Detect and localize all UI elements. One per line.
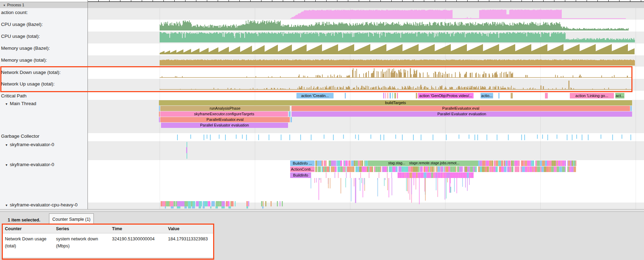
cell-time: 324190.51300000004 (112, 235, 164, 242)
counter-sample-table: Counter Series Time Value Network Down u… (2, 225, 213, 258)
collapse-arrow-icon[interactable]: ▾ (6, 203, 7, 207)
slice-runanalysisphase[interactable]: runAnalysisPhase (160, 106, 290, 111)
collapse-arrow-icon[interactable]: ▾ (6, 102, 7, 106)
col-counter[interactable]: Counter (5, 225, 22, 233)
cell-series: system network down (Mbps) (56, 235, 106, 249)
track-label: skyframe-evaluator-0 (10, 142, 54, 147)
sidebar-track-skyframe-evaluator-cpu-heavy-0[interactable]: ▾skyframe-evaluator-cpu-heavy-0 (6, 202, 78, 208)
slice-action-short[interactable]: act... (615, 93, 624, 98)
details-panel: 1 item selected. Counter Sample (1) Coun… (0, 212, 644, 260)
sidebar-track-network-up-usage-total[interactable]: Network Up usage (total): (1, 81, 55, 87)
track-label: Network Up usage (total): (1, 81, 55, 87)
track-label: skyframe-evaluator-0 (10, 162, 54, 167)
slice-action-linking[interactable]: action 'Linking go... (570, 93, 614, 98)
timeline-area[interactable]: action 'Creatin...action 'GenObjcProtos … (88, 8, 644, 209)
track-label: CPU usage (total): (1, 34, 40, 39)
col-series[interactable]: Series (56, 225, 69, 233)
slice-action-creating[interactable]: action 'Creatin... (296, 93, 334, 98)
slice-configuretargets[interactable]: skyframeExecutor.configureTargets (160, 111, 288, 117)
slice-buildinfo[interactable]: BuildInfo (290, 172, 311, 178)
track-label: skyframe-evaluator-cpu-heavy-0 (10, 202, 78, 207)
sidebar-track-critical-path[interactable]: Critical Path (1, 93, 27, 99)
cell-counter: Network Down usage (total) (5, 235, 51, 249)
col-time[interactable]: Time (112, 225, 122, 233)
track-label: Memory usage (total): (1, 57, 47, 63)
sidebar-track-action-count[interactable]: action count: (1, 10, 28, 15)
sidebar-track-network-down-usage-total[interactable]: Network Down usage (total): (1, 70, 61, 75)
track-label: action count: (1, 10, 28, 15)
track-label: Memory usage (Bazel): (1, 46, 50, 51)
slice-buildinfo-row[interactable]: BuildInfo ... (290, 160, 315, 166)
trace-viewer: ▾Process 1 action count:CPU usage (Bazel… (0, 0, 644, 260)
sidebar-track-cpu-usage-total[interactable]: CPU usage (total): (1, 34, 40, 39)
track-label: Network Down usage (total): (1, 70, 61, 75)
collapse-arrow-icon[interactable]: ▾ (4, 2, 5, 8)
track-label: CPU usage (Bazel): (1, 22, 43, 27)
slice-buildtargets[interactable]: buildTargets (159, 100, 632, 105)
collapse-arrow-icon[interactable]: ▾ (6, 163, 7, 167)
cell-value: 184.1793113323983 (168, 235, 212, 242)
track-label: Garbage Collector (1, 134, 40, 139)
track-label: Critical Path (1, 93, 27, 98)
slice-sliver[interactable] (289, 111, 290, 117)
ruler-corner (0, 0, 88, 1)
sidebar-track-skyframe-evaluator-0[interactable]: ▾skyframe-evaluator-0 (6, 142, 54, 148)
track-label: Main Thread (10, 101, 36, 106)
collapse-arrow-icon[interactable]: ▾ (6, 143, 7, 147)
sidebar-track-skyframe-evaluator-0[interactable]: ▾skyframe-evaluator-0 (6, 162, 54, 168)
slice-parallelevaluation[interactable]: Parallel Evaluator evaluation (292, 111, 632, 117)
sidebar-track-memory-usage-total[interactable]: Memory usage (total): (1, 57, 47, 63)
slice-paralleleval[interactable]: ParallelEvaluator.eval (292, 106, 630, 111)
slice-sliver[interactable] (630, 106, 632, 111)
stage-label: stage.remote.stage.jobs.remot... (409, 161, 459, 165)
sidebar-track-memory-usage-bazel[interactable]: Memory usage (Bazel): (1, 46, 50, 51)
slice-parallelevaluation[interactable]: Parallel Evaluator evaluation (161, 123, 288, 128)
slice-actioncontext[interactable]: ActionConti... (290, 166, 315, 172)
sidebar-track-main-thread[interactable]: ▾Main Thread (6, 101, 36, 107)
slice-sliver[interactable] (159, 111, 160, 117)
slices-layer: action 'Creatin...action 'GenObjcProtos … (88, 8, 644, 209)
selection-status: 1 item selected. (8, 218, 40, 223)
process-header[interactable]: ▾Process 1 (0, 2, 644, 9)
slice-action-genobjcprotos[interactable]: action 'GenObjcProtos video/... (418, 93, 474, 98)
stage-label: stag.stag... (388, 161, 405, 165)
slice-sliver[interactable] (159, 106, 160, 111)
process-title: Process 1 (7, 3, 24, 7)
slice-paralleleval[interactable]: ParallelEvaluator.eval (160, 117, 290, 122)
tab-counter-sample[interactable]: Counter Sample (1) (49, 213, 94, 226)
sidebar-track-garbage-collector[interactable]: Garbage Collector (1, 134, 40, 139)
slice-action[interactable]: actio... (481, 93, 493, 98)
slice-sliver[interactable] (290, 117, 292, 122)
sidebar-divider[interactable] (88, 0, 88, 209)
table-header-row: Counter Series Time Value (2, 225, 213, 233)
track-sidebar: action count:CPU usage (Bazel):CPU usage… (0, 8, 88, 209)
slice-sliver[interactable] (159, 117, 160, 122)
sidebar-track-cpu-usage-bazel[interactable]: CPU usage (Bazel): (1, 22, 43, 27)
col-value[interactable]: Value (168, 225, 180, 233)
